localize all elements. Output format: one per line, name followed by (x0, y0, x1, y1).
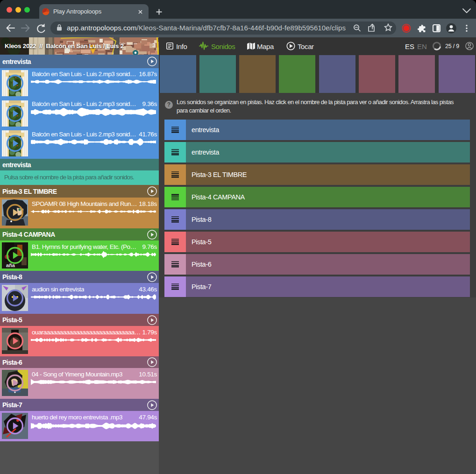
svg-text:3: 3 (152, 42, 156, 49)
